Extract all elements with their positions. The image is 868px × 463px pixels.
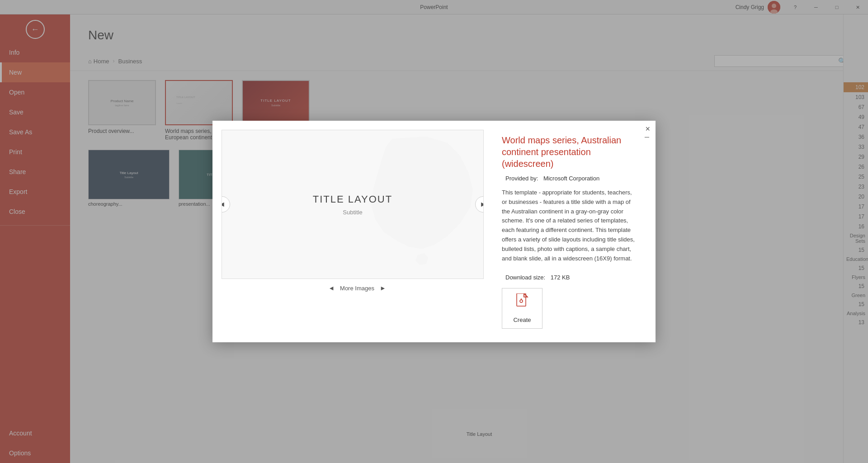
modal-overlay: × ─ TITLE LAYOUT Subtitle [0,0,868,463]
provider-name: Microsoft Corporation [543,175,599,182]
modal-pin-button[interactable]: ─ [645,133,649,141]
modal-template-title: World maps series, Australian continent … [502,134,637,170]
images-prev-button[interactable]: ◄ [328,284,335,292]
modal-download-size: Download size: 172 KB [502,274,637,281]
preview-title: TITLE LAYOUT [313,194,392,205]
more-images-label: More Images [340,285,374,292]
modal-preview-section: TITLE LAYOUT Subtitle ◄ ► ◄ More Images … [222,130,493,333]
preview-content: TITLE LAYOUT Subtitle [313,194,392,216]
modal-info-section: World maps series, Australian continent … [493,130,646,333]
provider-label: Provided by: [505,175,538,182]
svg-point-9 [520,300,523,302]
images-next-button[interactable]: ► [380,284,386,292]
modal-description: This template - appropriate for students… [502,188,637,267]
modal-preview-area: TITLE LAYOUT Subtitle ◄ ► [222,130,484,279]
create-button[interactable]: Create [502,288,542,329]
create-label: Create [513,317,531,323]
modal-provider: Provided by: Microsoft Corporation [502,175,637,182]
modal-body: TITLE LAYOUT Subtitle ◄ ► ◄ More Images … [212,121,656,342]
create-icon [515,293,529,313]
preview-subtitle: Subtitle [313,209,392,216]
modal-dialog: × ─ TITLE LAYOUT Subtitle [212,121,656,342]
download-label: Download size: [505,274,545,281]
download-size-value: 172 KB [551,274,570,281]
modal-images-bar: ◄ More Images ► [222,279,493,297]
modal-close-button[interactable]: × [645,124,650,134]
preview-nav-left[interactable]: ◄ [222,196,230,213]
